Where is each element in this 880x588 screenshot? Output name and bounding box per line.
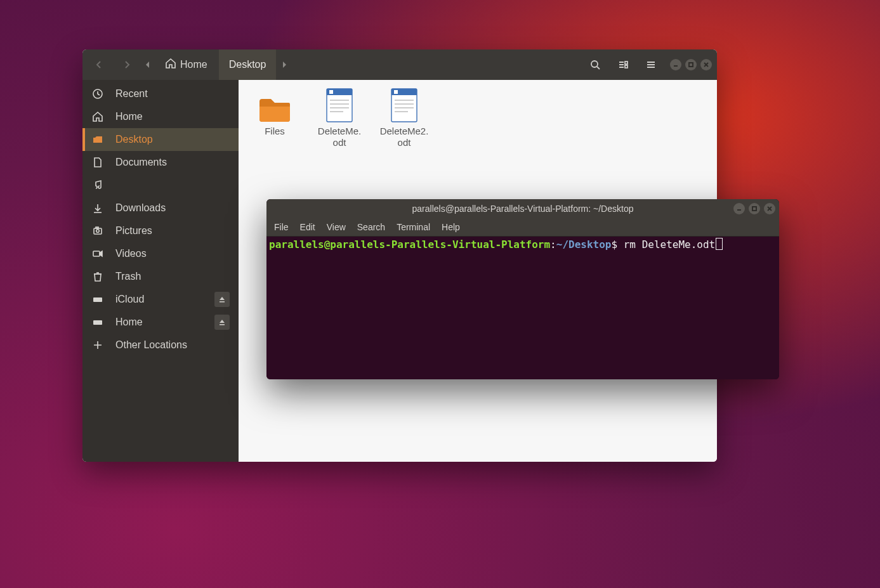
music-icon: [91, 179, 104, 192]
pictures-icon: [91, 225, 104, 237]
window-close-button[interactable]: [700, 59, 712, 70]
sidebar-item-label: Videos: [115, 248, 147, 259]
svg-marker-32: [220, 320, 225, 323]
terminal-menu-file[interactable]: File: [274, 222, 289, 232]
home-icon: [165, 58, 176, 72]
sidebar-item-label: iCloud: [115, 294, 144, 305]
sidebar: RecentHomeDesktopDocumentsDownloadsPictu…: [82, 80, 239, 462]
breadcrumb-home[interactable]: Home: [156, 49, 216, 80]
other-icon: [91, 339, 104, 351]
breadcrumb-home-label: Home: [180, 59, 207, 70]
svg-rect-21: [96, 227, 98, 228]
terminal-menu-help[interactable]: Help: [442, 222, 460, 232]
terminal-window: parallels@parallels-Parallels-Virtual-Pl…: [266, 199, 779, 379]
sidebar-item-music[interactable]: [82, 174, 239, 197]
home-icon: [91, 110, 104, 123]
file-tile[interactable]: Files: [242, 85, 307, 148]
document-icon: [389, 85, 419, 123]
svg-rect-29: [220, 301, 225, 303]
terminal-command: rm DeleteMe.odt: [624, 238, 716, 251]
svg-rect-22: [93, 251, 100, 256]
sidebar-item-downloads[interactable]: Downloads: [82, 197, 239, 219]
sidebar-item-label: Desktop: [115, 134, 153, 145]
eject-button[interactable]: [214, 292, 230, 307]
sidebar-item-label: Documents: [115, 157, 167, 168]
documents-icon: [91, 156, 104, 169]
terminal-menu-terminal[interactable]: Terminal: [397, 222, 430, 232]
window-maximize-button[interactable]: [685, 59, 697, 70]
sidebar-item-icloud[interactable]: iCloud: [82, 288, 239, 311]
path-separator-left: [142, 62, 154, 68]
svg-rect-45: [394, 90, 398, 94]
desktop-icon: [91, 133, 104, 146]
sidebar-item-label: Pictures: [115, 225, 152, 237]
file-tile[interactable]: DeleteMe2.odt: [372, 85, 437, 148]
sidebar-item-label: Home: [115, 111, 143, 122]
svg-point-20: [96, 230, 100, 233]
svg-point-27: [100, 299, 101, 301]
prompt-userhost: parallels@parallels-Parallels-Virtual-Pl…: [269, 238, 550, 251]
terminal-menu-view[interactable]: View: [327, 222, 346, 232]
file-label: DeleteMe2.odt: [380, 126, 429, 148]
sidebar-item-label: Home: [115, 317, 143, 328]
terminal-menu-edit[interactable]: Edit: [300, 222, 315, 232]
svg-marker-1: [283, 62, 286, 68]
file-label: Files: [265, 126, 285, 137]
svg-rect-51: [752, 207, 756, 211]
svg-rect-7: [625, 62, 627, 64]
svg-rect-13: [689, 63, 693, 67]
back-button[interactable]: [86, 49, 112, 80]
terminal-title: parallels@parallels-Parallels-Virtual-Pl…: [412, 204, 634, 214]
sidebar-item-recent[interactable]: Recent: [82, 82, 239, 105]
sidebar-item-pictures[interactable]: Pictures: [82, 219, 239, 242]
terminal-minimize-button[interactable]: [733, 203, 745, 214]
drive-icon: [91, 293, 104, 306]
svg-line-3: [597, 67, 600, 69]
sidebar-item-home[interactable]: Home: [82, 105, 239, 128]
nautilus-header: Home Desktop: [82, 49, 717, 80]
sidebar-item-home[interactable]: Home: [82, 311, 239, 334]
breadcrumb-current[interactable]: Desktop: [219, 49, 277, 80]
svg-marker-28: [220, 297, 225, 300]
document-icon: [324, 85, 355, 123]
terminal-close-button[interactable]: [764, 203, 775, 214]
sidebar-item-documents[interactable]: Documents: [82, 151, 239, 174]
file-label: DeleteMe.odt: [318, 126, 361, 148]
terminal-maximize-button[interactable]: [749, 203, 760, 214]
svg-rect-8: [625, 65, 627, 68]
svg-rect-33: [220, 324, 225, 325]
forward-button[interactable]: [114, 49, 140, 80]
sidebar-item-label: Trash: [115, 271, 141, 282]
terminal-menu-search[interactable]: Search: [357, 222, 385, 232]
svg-point-2: [591, 61, 598, 67]
window-minimize-button[interactable]: [670, 59, 681, 70]
terminal-body[interactable]: parallels@parallels-Parallels-Virtual-Pl…: [266, 237, 779, 379]
svg-rect-38: [329, 90, 333, 94]
file-tile[interactable]: DeleteMe.odt: [307, 85, 372, 148]
prompt-sigil: $: [611, 238, 617, 251]
drive-icon: [91, 316, 104, 329]
svg-marker-0: [146, 62, 149, 68]
sidebar-item-trash[interactable]: Trash: [82, 265, 239, 288]
path-separator-right: [279, 62, 290, 68]
sidebar-item-other-locations[interactable]: Other Locations: [82, 334, 239, 356]
sidebar-item-label: Other Locations: [115, 339, 187, 351]
trash-icon: [91, 270, 104, 283]
folder-icon: [258, 85, 291, 123]
terminal-cursor: [716, 238, 723, 250]
prompt-sep: :: [550, 238, 556, 251]
eject-button[interactable]: [214, 315, 230, 330]
view-toggle-button[interactable]: [609, 49, 637, 80]
sidebar-item-label: Recent: [115, 88, 148, 100]
videos-icon: [91, 247, 104, 260]
sidebar-item-desktop[interactable]: Desktop: [82, 128, 239, 151]
hamburger-menu-button[interactable]: [637, 49, 665, 80]
sidebar-item-label: Downloads: [115, 202, 166, 214]
downloads-icon: [91, 202, 104, 214]
search-button[interactable]: [581, 49, 609, 80]
terminal-titlebar[interactable]: parallels@parallels-Parallels-Virtual-Pl…: [266, 199, 779, 218]
breadcrumb-current-label: Desktop: [229, 59, 266, 70]
sidebar-item-videos[interactable]: Videos: [82, 242, 239, 265]
recent-icon: [91, 88, 104, 100]
svg-point-31: [100, 322, 101, 323]
